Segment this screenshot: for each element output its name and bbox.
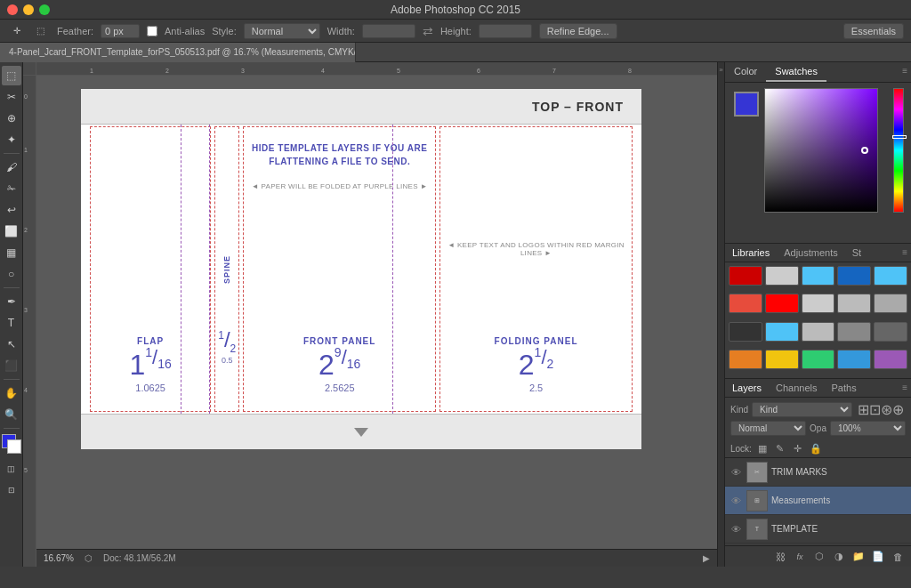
tool-path-selection[interactable]: ↖: [2, 334, 21, 354]
new-layer-button[interactable]: 📄: [870, 549, 886, 565]
tool-text[interactable]: T: [2, 313, 21, 333]
tool-pen[interactable]: ✒: [2, 292, 21, 311]
swatch-2-4[interactable]: [837, 294, 871, 313]
lock-all[interactable]: 🔒: [809, 441, 823, 455]
swatch-2-1[interactable]: [729, 294, 762, 313]
swatch-1-4[interactable]: [837, 266, 871, 286]
layer-visibility-measurements[interactable]: 👁: [729, 494, 743, 508]
tool-dodge[interactable]: ○: [2, 264, 21, 284]
play-button[interactable]: ▶: [703, 553, 710, 563]
lock-position[interactable]: ✛: [791, 441, 805, 455]
swatch-1-1[interactable]: [729, 266, 762, 286]
tab-swatches[interactable]: Swatches: [766, 62, 826, 82]
tab-libraries[interactable]: Libraries: [725, 244, 777, 262]
tab-paths[interactable]: Paths: [825, 379, 864, 397]
refine-edge-button[interactable]: Refine Edge...: [539, 23, 617, 39]
tool-move[interactable]: ✛: [7, 21, 27, 41]
tool-crop[interactable]: ✂: [2, 87, 21, 107]
layers-kind-row: Kind Kind ⊞⊡⊛⊕: [730, 401, 906, 418]
color-swatches[interactable]: [2, 434, 21, 454]
swatch-4-1[interactable]: [729, 350, 762, 369]
tool-brush[interactable]: 🖌: [2, 157, 21, 177]
hue-slider-handle[interactable]: [892, 135, 907, 139]
right-panel-collapse[interactable]: »: [717, 62, 724, 567]
swatch-1-2[interactable]: [765, 266, 799, 286]
antialias-checkbox[interactable]: [147, 26, 157, 36]
tab-color[interactable]: Color: [725, 62, 766, 82]
lock-image-pixels[interactable]: ✎: [773, 441, 787, 455]
layer-item-template[interactable]: 👁 T TEMPLATE: [725, 515, 911, 544]
lib-panel-menu[interactable]: ≡: [899, 244, 911, 262]
swatch-2-2[interactable]: [765, 294, 799, 313]
swatch-1-5[interactable]: [874, 266, 907, 286]
tool-zoom[interactable]: 🔍: [2, 405, 21, 424]
swatch-4-3[interactable]: [802, 350, 835, 369]
essentials-button[interactable]: Essentials: [843, 23, 904, 39]
layer-item-measurements[interactable]: 👁 ⊞ Measurements: [725, 487, 911, 515]
toolbar-separator-4: [4, 428, 20, 429]
tool-clone[interactable]: ✁: [2, 179, 21, 198]
folding-num: 1: [535, 345, 542, 359]
tool-healing[interactable]: ✦: [2, 130, 21, 149]
tool-shape[interactable]: ⬛: [2, 356, 21, 375]
color-gradient-box[interactable]: [764, 88, 878, 213]
swatch-4-4[interactable]: [837, 350, 871, 369]
delete-layer-button[interactable]: 🗑: [890, 549, 906, 565]
color-preview-swatch[interactable]: [734, 92, 759, 117]
layer-visibility-trim-marks[interactable]: 👁: [729, 465, 743, 479]
tool-hand[interactable]: ✋: [2, 383, 21, 403]
document-tab[interactable]: 4-Panel_Jcard_FRONT_Template_forPS_05051…: [0, 43, 356, 62]
layer-thumb-trim-marks: ✂: [746, 462, 768, 483]
tab-adjustments[interactable]: Adjustments: [777, 244, 845, 262]
lock-transparent-pixels[interactable]: ▦: [755, 441, 770, 455]
collapse-arrow[interactable]: »: [719, 66, 722, 74]
canvas-scroll[interactable]: TOP – FRONT FLAP 11/16 1.0625: [36, 76, 717, 549]
opacity-select[interactable]: 100%: [830, 421, 906, 436]
tool-gradient[interactable]: ▦: [2, 243, 21, 262]
swatch-2-5[interactable]: [874, 294, 907, 313]
blend-mode-select[interactable]: Normal: [730, 421, 806, 436]
tool-history-brush[interactable]: ↩: [2, 200, 21, 220]
swatch-1-3[interactable]: [802, 266, 835, 286]
traffic-lights[interactable]: [7, 4, 50, 15]
hue-slider[interactable]: [893, 88, 904, 213]
add-layer-style-button[interactable]: fx: [792, 549, 808, 565]
swatch-3-3[interactable]: [802, 322, 835, 342]
layers-panel-menu[interactable]: ≡: [899, 379, 911, 397]
panel-menu-icon[interactable]: ≡: [899, 62, 911, 82]
link-layers-button[interactable]: ⛓: [772, 549, 788, 565]
tool-marquee[interactable]: ⬚: [30, 21, 50, 41]
maximize-button[interactable]: [39, 4, 50, 15]
swatch-4-5[interactable]: [874, 350, 907, 369]
width-input[interactable]: [362, 24, 415, 38]
tab-st[interactable]: St: [845, 244, 868, 262]
swatch-3-5[interactable]: [874, 322, 907, 342]
kind-select[interactable]: Kind: [752, 402, 852, 417]
feather-input[interactable]: [101, 24, 140, 38]
folding-panel: ◄ KEEP TEXT AND LOGOS WITHIN RED MARGIN …: [439, 126, 633, 412]
close-button[interactable]: [7, 4, 18, 15]
new-fill-adjustment-button[interactable]: ◑: [831, 549, 847, 565]
layer-visibility-template[interactable]: 👁: [729, 522, 743, 536]
tool-mask-mode[interactable]: ◫: [2, 459, 21, 479]
tool-eyedropper[interactable]: ⊕: [2, 109, 21, 128]
tab-channels[interactable]: Channels: [769, 379, 824, 397]
minimize-button[interactable]: [23, 4, 34, 15]
style-select[interactable]: Normal Fixed Ratio Fixed Size: [244, 23, 320, 39]
tool-screen-mode[interactable]: ⊡: [2, 480, 21, 500]
swatch-3-2[interactable]: [765, 322, 799, 342]
swatch-2-3[interactable]: [802, 294, 835, 313]
tool-eraser[interactable]: ⬜: [2, 222, 21, 241]
new-group-button[interactable]: 📁: [851, 549, 867, 565]
layer-item-trim-marks[interactable]: 👁 ✂ TRIM MARKS: [725, 458, 911, 487]
swatch-3-4[interactable]: [837, 322, 871, 342]
export-icon[interactable]: ⬡: [85, 553, 93, 563]
height-input[interactable]: [479, 24, 532, 38]
swatch-4-2[interactable]: [765, 350, 799, 369]
background-color[interactable]: [7, 439, 21, 454]
tool-rectangular-marquee[interactable]: ⬚: [2, 66, 21, 85]
color-picker-cursor[interactable]: [861, 147, 868, 154]
tab-layers[interactable]: Layers: [725, 379, 769, 397]
swatch-3-1[interactable]: [729, 322, 762, 342]
add-layer-mask-button[interactable]: ⬡: [811, 549, 827, 565]
